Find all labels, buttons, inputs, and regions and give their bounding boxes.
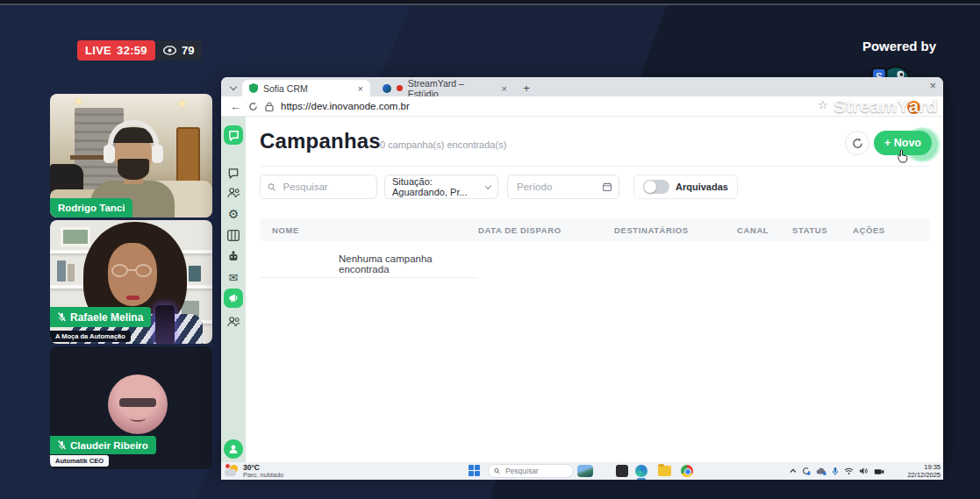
powered-by-label: Powered by [842, 39, 956, 53]
period-field[interactable] [507, 175, 619, 199]
situation-filter-select[interactable]: Situação: Aguardando, Pr... [384, 175, 498, 199]
filter-row: Situação: Aguardando, Pr... [246, 175, 943, 201]
campaign-count: 0 campanha(s) encontrada(s) [380, 139, 506, 150]
reload-icon[interactable] [248, 102, 258, 111]
nameplate-rafaele: Rafaele Melina [50, 307, 151, 327]
browser-tab-strip: Sofia CRM × StreamYard – Estúdio × + × [221, 77, 943, 96]
mic-icon[interactable] [832, 467, 839, 476]
file-explorer-icon[interactable] [658, 466, 671, 476]
notification-badge [225, 463, 231, 469]
person-icon [228, 444, 239, 454]
search-highlight-icon[interactable] [577, 465, 593, 477]
sidebar-item-chats[interactable] [226, 166, 240, 180]
participant-name: Claudeir Ribeiro [70, 440, 148, 451]
empty-state-text: Nenhuma campanha encontrada [339, 253, 477, 274]
new-tab-button[interactable]: + [519, 81, 533, 95]
situation-filter-value: Situação: Aguardando, Pr... [392, 176, 486, 197]
sidebar-item-contacts[interactable] [226, 185, 240, 199]
windows-taskbar: 30°C Parc. nublado [221, 462, 943, 480]
archived-filter[interactable]: Arquivadas [633, 175, 738, 199]
sidebar-item-logo[interactable] [224, 125, 243, 145]
tab-streamyard[interactable]: StreamYard – Estúdio × [376, 80, 514, 96]
robot-icon [227, 250, 240, 262]
active-app-indicator [637, 478, 646, 480]
nameplate-rodrigo: Rodrigo Tanci [50, 198, 132, 217]
taskbar-search-input[interactable] [504, 466, 568, 476]
crm-sidebar: ⚙ [221, 117, 246, 462]
refresh-button[interactable] [845, 131, 869, 155]
weather-desc[interactable]: Parc. nublado [243, 471, 283, 479]
users-icon [227, 187, 240, 198]
bookmark-star-icon[interactable]: ☆ [818, 98, 828, 111]
sidebar-item-kanban[interactable] [226, 228, 240, 242]
participant-name: Rodrigo Tanci [58, 203, 125, 213]
crm-app: ⚙ [221, 117, 943, 462]
webcam-tile-claudeir: Claudeir Ribeiro Automatik CEO [50, 346, 212, 469]
mic-muted-icon [58, 440, 66, 450]
url-text[interactable]: https://dev.inovanode.com.br [281, 101, 410, 111]
chrome-icon[interactable] [681, 465, 693, 477]
wifi-icon[interactable] [844, 467, 854, 475]
camera-device-icon[interactable] [874, 467, 884, 475]
sidebar-item-teams[interactable] [226, 314, 240, 328]
column-header-acoes: AÇÕES [841, 225, 919, 235]
tab-close-icon[interactable]: × [358, 83, 363, 94]
users-icon [227, 316, 240, 327]
taskbar-search[interactable] [488, 464, 574, 478]
archived-toggle[interactable] [643, 180, 669, 194]
sidebar-item-mail[interactable]: ✉ [226, 270, 240, 284]
back-icon[interactable]: ← [230, 100, 241, 113]
search-icon [268, 182, 275, 192]
live-timer: 32:59 [117, 44, 147, 57]
tab-search-button[interactable] [226, 81, 240, 94]
kanban-icon [227, 230, 240, 241]
envelope-icon: ✉ [229, 271, 239, 284]
chevron-down-icon [229, 82, 236, 89]
edge-icon[interactable] [635, 465, 647, 477]
recording-dot-icon [397, 85, 403, 91]
toggle-knob [644, 181, 656, 193]
search-input[interactable] [281, 181, 369, 193]
window-close-button[interactable]: × [929, 79, 936, 92]
chat-bubble-icon [228, 130, 240, 141]
participant-name: Rafaele Melina [70, 311, 143, 324]
sidebar-item-bot[interactable] [226, 249, 240, 263]
volume-icon[interactable] [859, 467, 869, 475]
sofia-crm-favicon [249, 83, 258, 93]
mic-muted-icon [58, 312, 66, 322]
onedrive-icon[interactable] [816, 467, 826, 475]
taskbar-app-icon[interactable] [616, 465, 628, 477]
column-header-destinatarios: DESTINATÁRIOS [602, 225, 725, 235]
eye-icon [163, 46, 176, 55]
stream-stage: LIVE 32:59 79 Powered by S ☆ StreamYard [0, 0, 980, 499]
tab-sofia-crm[interactable]: Sofia CRM × [242, 80, 370, 96]
start-button[interactable] [469, 465, 481, 477]
archived-toggle-label: Arquivadas [676, 182, 728, 192]
sidebar-profile-avatar[interactable] [224, 439, 243, 459]
calendar-icon [603, 182, 612, 192]
streamyard-watermark: StreamYard [833, 96, 938, 117]
divider [260, 166, 930, 167]
browser-window: Sofia CRM × StreamYard – Estúdio × + × ← [221, 77, 943, 462]
tab-close-icon[interactable]: × [502, 83, 507, 94]
crm-main-panel: Campanhas 0 campanha(s) encontrada(s) + … [246, 117, 943, 462]
participant-subtitle: Automatik CEO [50, 455, 109, 467]
streamyard-favicon [383, 84, 391, 93]
gear-icon: ⚙ [228, 207, 240, 221]
column-header-status: STATUS [780, 225, 841, 235]
refresh-icon [852, 138, 863, 149]
tab-title: Sofia CRM [263, 83, 308, 94]
period-input[interactable] [515, 181, 597, 193]
lock-icon[interactable] [265, 102, 274, 111]
table-header-row: NOME DATA DE DISPARO DESTINATÁRIOS CANAL… [260, 218, 930, 241]
sidebar-item-settings[interactable]: ⚙ [226, 207, 240, 221]
sidebar-item-campaigns-active[interactable] [224, 289, 243, 308]
search-field[interactable] [260, 175, 377, 199]
live-label: LIVE [85, 44, 111, 57]
taskbar-clock[interactable]: 19:35 22/12/2025 [904, 463, 941, 479]
sync-icon[interactable] [802, 467, 811, 475]
weather-icon[interactable] [225, 464, 240, 477]
search-icon [494, 467, 500, 474]
participant-avatar [108, 374, 168, 434]
tray-chevron-icon[interactable] [790, 468, 797, 474]
